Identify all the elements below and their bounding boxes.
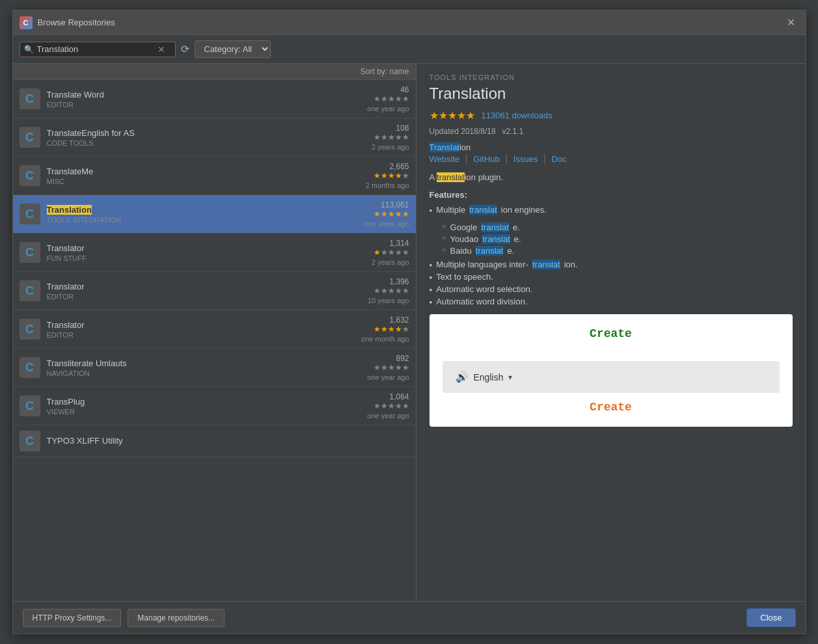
preview-create-top: Create [443,327,780,340]
sub-highlight: translat [476,246,504,256]
clear-search-button[interactable]: ✕ [157,44,165,55]
plugin-logo: C [20,396,40,416]
plugin-name: Translator [47,320,325,330]
plugin-category: NAVIGATION [47,369,325,377]
desc-highlight: translat [437,172,465,182]
category-select[interactable]: Category: All [195,40,271,58]
plugin-name: Translator [47,282,325,291]
link-github[interactable]: GitHub [473,154,499,164]
feature-item: Multiple translation engines. [429,205,793,215]
app-icon: C [20,16,33,29]
plugin-stats: 1,064 ★★★★★ one year ago [331,392,409,420]
dialog-title: Browse Repositories [38,18,115,27]
plugin-downloads: 2,665 [331,162,409,171]
name-highlight: Translation [47,205,92,215]
plugin-list: C Translate Word EDITOR 46 ★★★★★ one yea… [13,80,416,601]
plugin-category: EDITOR [47,101,325,109]
plugin-name: TransPlug [47,397,325,407]
preview-inner: 🔊 English ▾ [443,361,780,393]
list-item[interactable]: C TYPO3 XLIFF Utility [13,425,416,457]
stars: ★★★★★ [331,94,409,103]
plugin-logo: C [20,165,40,186]
plugin-name: TranslateEnglish for AS [47,128,325,138]
plugin-logo: C [20,431,40,451]
link-issues[interactable]: Issues [513,154,538,164]
plugin-stats: 113,061 ★★★★★ one week ago [331,200,409,228]
list-item[interactable]: C Translator FUN STUFF 1,314 ★★★★★ 2 yea… [13,234,416,272]
link-separator: | [543,153,546,164]
plugin-date: 2 years ago [331,143,409,151]
plugin-stats: 46 ★★★★★ one year ago [331,85,409,113]
stars: ★★★★★ [331,248,409,257]
http-proxy-button[interactable]: HTTP Proxy Settings... [23,609,122,627]
plugin-date: one year ago [331,105,409,113]
preview-card: Create 🔊 English ▾ Create [429,314,793,427]
plugin-info: TranslateMe MISC [47,167,325,185]
title-bar: C Browse Repositories ✕ [13,10,806,35]
stars: ★★★★★ [331,133,409,142]
dropdown-arrow-icon[interactable]: ▾ [508,373,512,382]
plugin-stats: 2,665 ★★★★★ 2 months ago [331,162,409,189]
plugin-date: 2 months ago [331,181,409,189]
plugin-info: Translator EDITOR [47,282,325,301]
plugin-name: TYPO3 XLIFF Utility [47,436,325,446]
plugin-info: Translator EDITOR [47,320,325,339]
detail-downloads: 113061 downloads [482,111,552,120]
lang-text: English [474,372,504,382]
detail-stars: ★★★★★ [429,109,475,122]
feature-item: Automatic word selection. [429,284,793,294]
plugin-downloads: 892 [331,354,409,363]
refresh-button[interactable]: ⟳ [181,43,189,55]
link-doc[interactable]: Doc [551,154,566,164]
speaker-icon: 🔊 [456,371,469,383]
feature-list-2: Multiple languages inter-translation. Te… [429,260,793,306]
list-item[interactable]: C Translator EDITOR 1,632 ★★★★★ one mont… [13,310,416,349]
link-website[interactable]: Website [429,154,460,164]
plugin-date: one year ago [331,412,409,420]
plugin-category: TOOLS INTEGRATION [47,216,325,224]
list-item[interactable]: C Translate Word EDITOR 46 ★★★★★ one yea… [13,80,416,118]
detail-version: v2.1.1 [502,127,524,136]
close-dialog-button[interactable]: Close [746,608,795,627]
features-title: Features: [429,190,793,200]
stars: ★★★★★ [331,286,409,295]
plugin-info: TYPO3 XLIFF Utility [47,436,325,447]
sub-highlight: translat [482,234,510,244]
plugin-downloads: 1,064 [331,392,409,401]
list-item[interactable]: C Translation TOOLS INTEGRATION 113,061 … [13,195,416,234]
plugin-logo: C [20,242,40,263]
plugin-name: Translate Word [47,90,325,100]
feature-item: Automatic word division. [429,297,793,306]
list-item[interactable]: C TransPlug VIEWER 1,064 ★★★★★ one year … [13,387,416,425]
sort-label[interactable]: Sort by: name [361,67,409,76]
stars: ★★★★★ [331,363,409,372]
stars: ★★★★★ [331,401,409,410]
sub-feature-item: Youdao translate. [443,234,793,244]
title-bar-left: C Browse Repositories [20,16,115,29]
list-item[interactable]: C Transliterate Umlauts NAVIGATION 892 ★… [13,349,416,387]
window-close-button[interactable]: ✕ [783,15,799,30]
list-item[interactable]: C TranslateMe MISC 2,665 ★★★★★ 2 months … [13,157,416,195]
link-separator: | [505,153,508,164]
detail-updated: Updated 2018/8/18 v2.1.1 [429,127,793,136]
preview-lang-row: 🔊 English ▾ [456,371,767,383]
list-item[interactable]: C TranslateEnglish for AS CODE TOOLS 108… [13,118,416,157]
plugin-category: CODE TOOLS [47,139,325,147]
plugin-logo: C [20,357,40,378]
plugin-name: TranslateMe [47,167,325,176]
plugin-logo: C [20,280,40,301]
plugin-list-panel: Sort by: name C Translate Word EDITOR 46… [13,64,416,601]
search-input[interactable] [37,44,154,54]
plugin-category: FUN STUFF [47,254,325,262]
plugin-date: one week ago [331,220,409,228]
plugin-downloads: 1,396 [331,277,409,286]
link-plugin-name[interactable]: Translation [429,142,471,152]
list-item[interactable]: C Translator EDITOR 1,396 ★★★★★ 10 years… [13,272,416,310]
stars: ★★★★★ [331,209,409,219]
detail-title: Translation [429,85,793,103]
plugin-category: EDITOR [47,331,325,339]
bottom-bar: HTTP Proxy Settings... Manage repositori… [13,601,806,634]
plugin-downloads: 1,314 [331,239,409,248]
manage-repos-button[interactable]: Manage repositories... [128,609,225,627]
plugin-info: TranslateEnglish for AS CODE TOOLS [47,128,325,147]
